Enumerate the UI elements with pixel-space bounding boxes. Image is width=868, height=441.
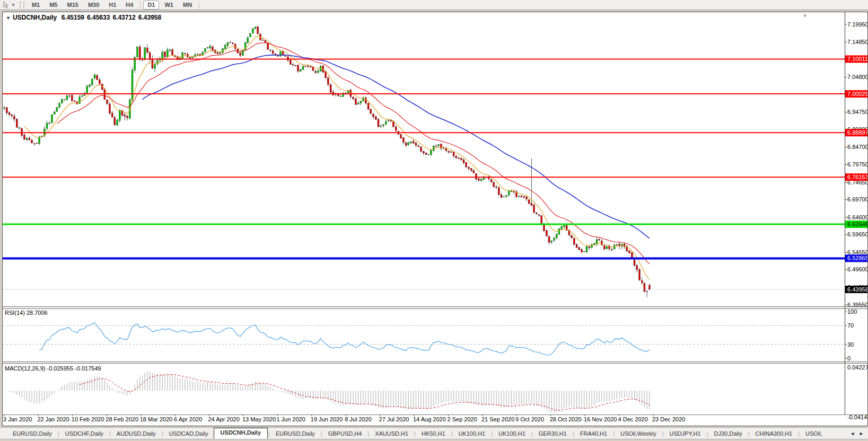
- chevron-down-icon[interactable]: ▼: [11, 3, 15, 7]
- rsi-scale-label: 30: [847, 341, 854, 348]
- chart-canvas[interactable]: 7.199507.148507.099007.048006.997506.947…: [3, 12, 867, 426]
- ohlc-low: 6.43712: [112, 14, 135, 21]
- chart-tab-uk100-h1[interactable]: UK100,H1: [453, 429, 490, 438]
- timeframe-button-d1[interactable]: D1: [143, 1, 159, 10]
- price-tick-label: 6.69700: [847, 196, 867, 202]
- price-tick-label: 7.14850: [847, 39, 867, 45]
- hline-price-label-text: 6.62646: [847, 221, 867, 227]
- chart-tabs: EURUSD,Daily|USDCHF,Daily|AUDUSD,Daily|U…: [7, 428, 828, 439]
- rsi-line: [39, 323, 650, 355]
- timeframe-button-m30[interactable]: M30: [84, 1, 103, 10]
- price-tick-label: 7.04800: [847, 74, 867, 80]
- date-tick-label: 9 Oct 2020: [515, 416, 544, 422]
- current-price-label-text: 6.43958: [847, 286, 867, 293]
- timeframe-button-w1[interactable]: W1: [160, 1, 178, 10]
- chart-tab-usdchf-daily[interactable]: USDCHF,Daily: [60, 429, 109, 438]
- timeframe-button-h4[interactable]: H4: [121, 1, 137, 10]
- horizontal-lines[interactable]: [3, 59, 845, 258]
- date-tick-label: 21 Sep 2020: [481, 416, 514, 422]
- chart-tab-eurusd-daily[interactable]: EURUSD,Daily: [7, 429, 57, 438]
- chart-tab-usdcad-daily[interactable]: USDCAD,Daily: [164, 429, 214, 438]
- toolbar-separator: [199, 1, 199, 8]
- chart-tab-xauusd-h1[interactable]: XAUUSD,H1: [370, 429, 414, 438]
- price-tick-label: 7.19950: [847, 21, 867, 28]
- time-scale[interactable]: 3 Jan 202022 Jan 202010 Feb 202028 Feb 2…: [3, 414, 685, 422]
- hline-price-label-text: 6.76157: [847, 174, 867, 180]
- price-tick-label: 6.64600: [847, 214, 867, 220]
- chart-tab-usoil-weekly[interactable]: USOil,Weekly: [615, 429, 662, 438]
- timeframe-buttons: M1M5M15M30H1H4D1W1MN: [27, 1, 201, 10]
- tab-nav-left-icon[interactable]: ◄: [848, 431, 857, 436]
- date-tick-label: 28 Feb 2020: [106, 416, 138, 422]
- date-tick-label: 13 May 2020: [242, 416, 276, 422]
- date-tick-label: 6 Apr 2020: [174, 416, 202, 422]
- chart-tab-bar: EURUSD,Daily|USDCHF,Daily|AUDUSD,Daily|U…: [0, 427, 868, 439]
- date-tick-label: 22 Jan 2020: [37, 416, 69, 422]
- candlestick-series: [4, 27, 651, 297]
- chart-tab-gbpusd-h4[interactable]: GBPUSD,H4: [323, 429, 367, 438]
- chart-tab-uk100-h1[interactable]: UK100,H1: [493, 429, 531, 438]
- price-tick-label: 6.94750: [847, 109, 867, 115]
- ohlc-high: 6.45633: [87, 14, 110, 21]
- hline-price-label-text: 7.00029: [847, 91, 867, 97]
- date-tick-label: 8 Jul 2020: [345, 416, 372, 422]
- rsi-scale-label: 100: [847, 308, 857, 315]
- timeframe-button-m15[interactable]: M15: [63, 1, 82, 10]
- price-tick-label: 6.59650: [847, 231, 867, 237]
- date-tick-label: 16 Nov 2020: [584, 416, 617, 422]
- chart-tab-usoil-[interactable]: USOil,: [800, 429, 828, 438]
- toolbar-separator: [140, 1, 141, 8]
- chart-tab-fra40-h1[interactable]: FRA40,H1: [575, 429, 612, 438]
- date-tick-label: 14 Aug 2020: [413, 416, 446, 422]
- chart-title: ▼USDCNH,Daily 6.451596.456336.437126.439…: [6, 14, 164, 21]
- chart-window[interactable]: ▼USDCNH,Daily 6.451596.456336.437126.439…: [2, 12, 868, 426]
- collapse-icon[interactable]: ▼: [6, 15, 11, 21]
- macd-histogram: [4, 372, 650, 413]
- chart-tab-ger30-h1[interactable]: GER30,H1: [533, 429, 572, 438]
- date-tick-label: 1 Jun 2020: [276, 416, 305, 422]
- ohlc-close: 6.43958: [138, 14, 161, 21]
- price-tick-label: 6.39550: [847, 302, 867, 308]
- chart-tab-china300-h1[interactable]: CHINA300,H1: [750, 429, 798, 438]
- timeframe-button-m5[interactable]: M5: [45, 1, 62, 10]
- date-tick-label: 10 Feb 2020: [72, 416, 104, 422]
- price-tick-label: 6.54550: [847, 249, 867, 255]
- chart-tab-dj30-daily[interactable]: DJ30,Daily: [708, 429, 747, 438]
- toolbar-grip[interactable]: [20, 2, 24, 8]
- hline-price-label-text: 7.10011: [847, 56, 867, 62]
- cursor-tool-icon[interactable]: [2, 1, 11, 8]
- chart-tab-usdcnh-daily[interactable]: USDCNH,Daily: [214, 428, 268, 439]
- date-tick-label: 27 Jul 2020: [379, 416, 409, 422]
- price-tick-label: 6.84700: [847, 144, 867, 150]
- date-tick-label: 2 Sep 2020: [448, 416, 477, 422]
- date-tick-label: 3 Jan 2020: [3, 416, 32, 422]
- date-tick-label: 19 Jun 2020: [311, 416, 343, 422]
- date-tick-label: 24 Apr 2020: [208, 416, 240, 422]
- ma-slow-line: [142, 55, 650, 239]
- price-scale[interactable]: 7.199507.148507.099007.048006.997506.947…: [845, 12, 867, 420]
- scroll-marker-icon[interactable]: ▼: [802, 13, 808, 19]
- ma-mid-line: [57, 43, 650, 264]
- rsi-scale-label: 0: [847, 355, 851, 361]
- date-tick-label: 4 Dec 2020: [618, 416, 648, 422]
- chart-tab-eurusd-daily[interactable]: EURUSD,Daily: [270, 429, 320, 438]
- date-tick-label: 18 Mar 2020: [140, 416, 173, 422]
- timeframe-button-mn[interactable]: MN: [179, 1, 196, 10]
- timeframe-button-m1[interactable]: M1: [28, 1, 44, 10]
- ohlc-open: 6.45159: [62, 14, 84, 21]
- tab-nav: ◄ ►: [848, 431, 868, 436]
- chart-tab-audusd-daily[interactable]: AUDUSD,Daily: [111, 429, 161, 438]
- timeframe-toolbar: ▼ M1M5M15M30H1H4D1W1MN: [0, 0, 868, 10]
- chart-tab-usdjpy-h1[interactable]: USDJPY,H1: [664, 429, 706, 438]
- ma-fast-line: [24, 37, 650, 280]
- main-price-panel: [3, 27, 845, 297]
- macd-scale-top: 0.042275: [847, 364, 867, 371]
- price-tick-label: 6.49600: [847, 266, 867, 272]
- macd-scale-bottom: -0.04148: [847, 414, 867, 420]
- timeframe-button-h1[interactable]: H1: [104, 1, 120, 10]
- rsi-panel: [3, 323, 845, 355]
- tab-nav-right-icon[interactable]: ►: [857, 431, 866, 436]
- panel-splitters[interactable]: [3, 306, 867, 415]
- rsi-label: RSI(14) 28.7006: [5, 310, 48, 316]
- chart-tab-hk50-h1[interactable]: HK50,H1: [416, 429, 451, 438]
